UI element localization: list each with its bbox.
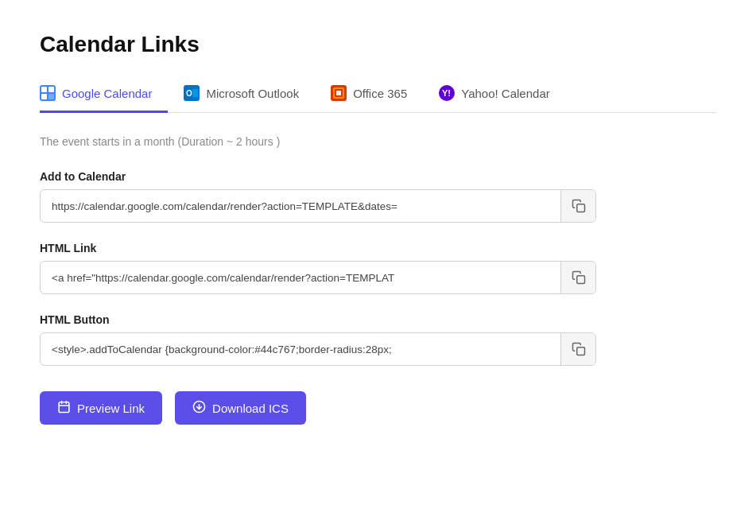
svg-text:Y!: Y! xyxy=(442,88,451,98)
calendar-icon xyxy=(57,400,71,416)
preview-link-label: Preview Link xyxy=(77,402,145,415)
google-calendar-icon xyxy=(40,85,56,101)
html-button-input-row xyxy=(40,332,596,366)
svg-rect-18 xyxy=(576,348,584,355)
event-info: The event starts in a month (Duration ~ … xyxy=(40,135,716,148)
copy-icon xyxy=(572,199,586,213)
add-to-calendar-group: Add to Calendar xyxy=(40,170,716,223)
tabs-container: Google Calendar O Microsoft Outlook Offi… xyxy=(40,76,716,113)
office365-icon xyxy=(331,85,347,101)
tab-microsoft-outlook[interactable]: O Microsoft Outlook xyxy=(184,77,315,113)
tab-microsoft-outlook-label: Microsoft Outlook xyxy=(206,87,299,100)
html-link-group: HTML Link xyxy=(40,242,716,294)
svg-rect-5 xyxy=(48,94,54,99)
download-ics-label: Download ICS xyxy=(212,402,289,415)
tab-google-calendar-label: Google Calendar xyxy=(62,87,152,100)
preview-link-button[interactable]: Preview Link xyxy=(40,391,162,425)
add-to-calendar-input-row xyxy=(40,189,596,223)
html-button-input[interactable] xyxy=(41,336,560,363)
html-link-label: HTML Link xyxy=(40,242,716,254)
page-title: Calendar Links xyxy=(40,32,716,57)
tab-office365[interactable]: Office 365 xyxy=(331,77,423,113)
html-button-label: HTML Button xyxy=(40,313,716,326)
svg-rect-9 xyxy=(192,89,198,97)
svg-rect-17 xyxy=(576,276,584,284)
actions-row: Preview Link Download ICS xyxy=(40,391,716,425)
svg-rect-13 xyxy=(336,91,341,95)
add-to-calendar-input[interactable] xyxy=(41,192,560,220)
copy-icon xyxy=(572,270,586,285)
tab-office365-label: Office 365 xyxy=(353,87,407,100)
copy-icon xyxy=(572,342,586,356)
download-icon xyxy=(192,400,206,416)
add-to-calendar-copy-button[interactable] xyxy=(560,190,595,222)
svg-rect-16 xyxy=(576,204,584,212)
svg-rect-19 xyxy=(59,402,69,413)
svg-rect-1 xyxy=(41,87,47,92)
html-button-group: HTML Button xyxy=(40,313,716,366)
download-ics-button[interactable]: Download ICS xyxy=(175,391,306,425)
add-to-calendar-label: Add to Calendar xyxy=(40,170,716,183)
html-link-input-row xyxy=(40,261,596,294)
svg-text:O: O xyxy=(186,89,192,98)
html-link-copy-button[interactable] xyxy=(560,262,595,293)
svg-rect-2 xyxy=(48,87,54,92)
tab-google-calendar[interactable]: Google Calendar xyxy=(40,77,168,113)
svg-rect-3 xyxy=(41,94,47,99)
html-link-input[interactable] xyxy=(41,264,560,292)
tab-yahoo-calendar[interactable]: Y! Yahoo! Calendar xyxy=(439,77,565,113)
tab-yahoo-calendar-label: Yahoo! Calendar xyxy=(461,87,549,100)
yahoo-calendar-icon: Y! xyxy=(439,85,455,101)
html-button-copy-button[interactable] xyxy=(560,333,595,365)
outlook-icon: O xyxy=(184,85,200,101)
